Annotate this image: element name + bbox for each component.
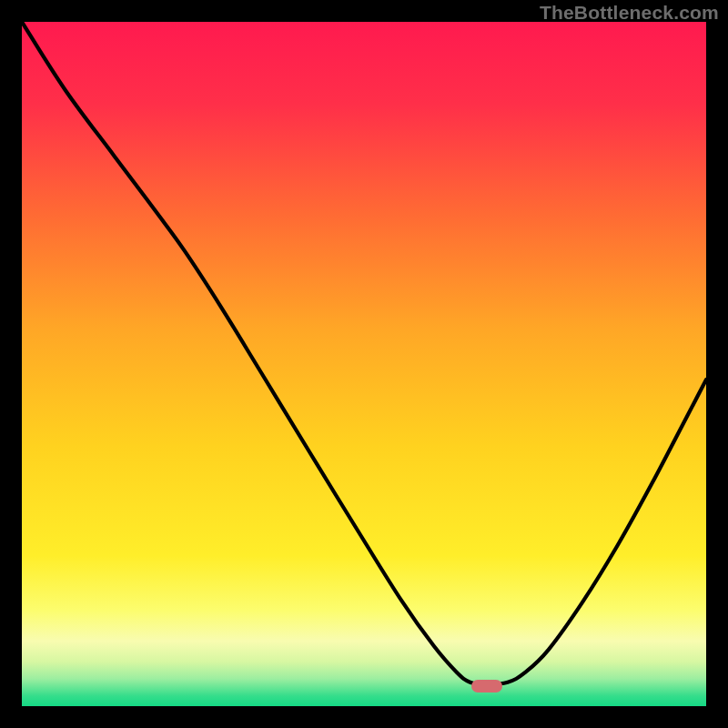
optimal-marker (471, 680, 502, 693)
watermark-text: TheBottleneck.com (540, 2, 719, 24)
plot-area (22, 22, 706, 706)
bottleneck-curve (22, 22, 706, 706)
chart-frame: TheBottleneck.com (0, 0, 728, 728)
